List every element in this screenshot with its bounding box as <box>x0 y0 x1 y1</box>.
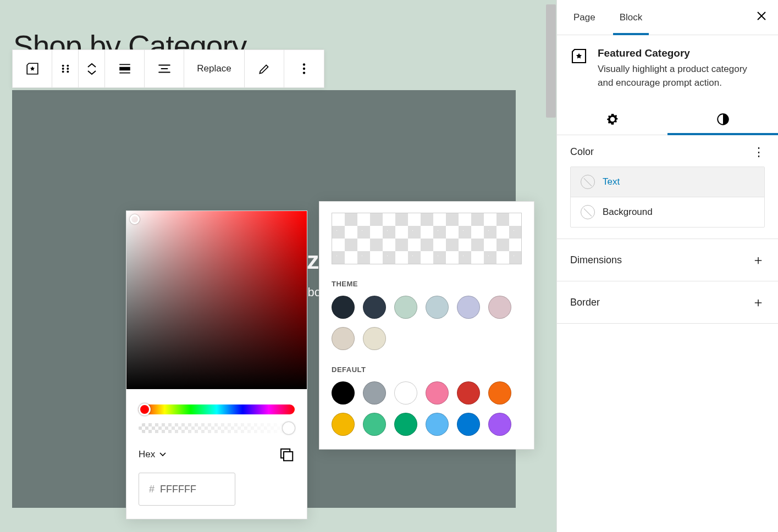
svg-point-3 <box>67 68 69 70</box>
color-swatch[interactable] <box>394 381 417 404</box>
align-button[interactable] <box>105 50 145 87</box>
plus-icon: ＋ <box>752 293 765 311</box>
svg-point-7 <box>303 63 305 65</box>
copy-icon[interactable] <box>278 446 295 463</box>
default-heading: DEFAULT <box>332 365 522 374</box>
theme-heading: THEME <box>332 280 522 288</box>
color-preview[interactable] <box>332 213 522 264</box>
scrollbar-thumb[interactable] <box>546 4 556 118</box>
block-toolbar: Replace <box>12 49 324 88</box>
color-format-label: Hex <box>139 449 155 460</box>
svg-point-0 <box>62 65 64 67</box>
color-swatch[interactable] <box>488 413 511 436</box>
alpha-slider[interactable] <box>139 423 295 433</box>
color-panel: Color ⋮ Text Background <box>557 135 778 239</box>
hue-slider[interactable] <box>139 404 295 414</box>
tab-settings[interactable] <box>557 104 667 135</box>
background-label: Background <box>603 207 653 218</box>
dimensions-panel[interactable]: Dimensions ＋ <box>557 239 778 281</box>
color-format-select[interactable]: Hex <box>139 449 167 460</box>
color-picker-popover: Hex # FFFFFF <box>126 210 307 519</box>
hex-hash: # <box>149 484 155 495</box>
align-center-icon <box>157 62 172 76</box>
svg-point-1 <box>67 65 69 67</box>
svg-rect-6 <box>119 67 130 71</box>
block-card-title: Featured Category <box>598 47 765 59</box>
editor-canvas: Shop by Category Uncategorized Find the … <box>0 0 556 532</box>
featured-category-icon <box>570 47 588 65</box>
align-full-icon <box>118 62 132 76</box>
dimensions-label: Dimensions <box>570 254 622 266</box>
color-swatch[interactable] <box>332 327 355 350</box>
svg-point-5 <box>67 70 69 73</box>
text-color-indicator <box>581 175 595 189</box>
color-swatch[interactable] <box>426 381 449 404</box>
hex-input[interactable]: # FFFFFF <box>139 473 235 506</box>
color-swatch[interactable] <box>363 327 386 350</box>
featured-category-icon <box>25 62 40 76</box>
drag-handle[interactable] <box>52 50 79 87</box>
styles-icon <box>716 112 730 126</box>
color-panel-more[interactable]: ⋮ <box>753 149 765 155</box>
color-swatch[interactable] <box>332 296 355 319</box>
color-swatch[interactable] <box>488 296 511 319</box>
content-align-button[interactable] <box>145 50 184 87</box>
color-swatch[interactable] <box>457 296 480 319</box>
pencil-icon <box>257 62 272 76</box>
close-icon <box>756 10 767 21</box>
color-swatch[interactable] <box>457 413 480 436</box>
inspector-tabs <box>557 104 778 135</box>
block-card: Featured Category Visually highlight a p… <box>557 35 778 102</box>
more-options-button[interactable] <box>284 50 324 87</box>
color-swatch[interactable] <box>394 413 417 436</box>
color-heading: Color <box>570 146 594 158</box>
gear-icon <box>605 112 620 126</box>
theme-swatch-row <box>332 296 522 350</box>
edit-button[interactable] <box>245 50 284 87</box>
color-swatch[interactable] <box>426 296 449 319</box>
color-swatch[interactable] <box>363 381 386 404</box>
svg-point-4 <box>62 70 64 73</box>
color-swatch[interactable] <box>332 413 355 436</box>
color-swatch[interactable] <box>488 381 511 404</box>
text-label: Text <box>603 176 620 187</box>
svg-point-9 <box>303 71 305 74</box>
tab-page[interactable]: Page <box>561 0 608 35</box>
chevron-down-icon <box>87 69 97 76</box>
color-options: Text Background <box>570 167 765 228</box>
tab-styles[interactable] <box>667 104 778 135</box>
sidebar-tabs: Page Block <box>557 0 778 35</box>
hex-value: FFFFFF <box>160 484 196 495</box>
block-type-button[interactable] <box>13 50 52 87</box>
alpha-handle[interactable] <box>283 422 295 434</box>
more-vertical-icon <box>297 62 311 76</box>
color-option-background[interactable]: Background <box>571 197 764 227</box>
settings-sidebar: Page Block Featured Category Visually hi… <box>556 0 778 532</box>
svg-point-2 <box>62 68 64 70</box>
chevron-up-icon <box>87 62 97 69</box>
block-card-desc: Visually highlight a product category an… <box>598 63 765 90</box>
close-sidebar-button[interactable] <box>749 10 774 25</box>
replace-button[interactable]: Replace <box>184 50 245 87</box>
drag-icon <box>58 62 73 76</box>
saturation-area[interactable] <box>126 211 307 389</box>
color-swatch[interactable] <box>394 296 417 319</box>
color-swatch[interactable] <box>363 296 386 319</box>
color-swatch[interactable] <box>457 381 480 404</box>
color-palette-popover: THEME DEFAULT <box>319 201 534 450</box>
border-panel[interactable]: Border ＋ <box>557 281 778 324</box>
svg-rect-11 <box>284 452 293 461</box>
saturation-handle[interactable] <box>130 214 140 224</box>
plus-icon: ＋ <box>752 251 765 269</box>
replace-label: Replace <box>197 63 231 74</box>
default-swatch-row <box>332 381 522 436</box>
color-option-text[interactable]: Text <box>571 167 764 197</box>
color-swatch[interactable] <box>426 413 449 436</box>
color-swatch[interactable] <box>363 413 386 436</box>
color-swatch[interactable] <box>332 381 355 404</box>
border-label: Border <box>570 297 600 308</box>
tab-block[interactable]: Block <box>608 0 655 35</box>
hue-handle[interactable] <box>139 403 151 415</box>
move-updown[interactable] <box>79 50 105 87</box>
chevron-down-icon <box>158 450 167 459</box>
